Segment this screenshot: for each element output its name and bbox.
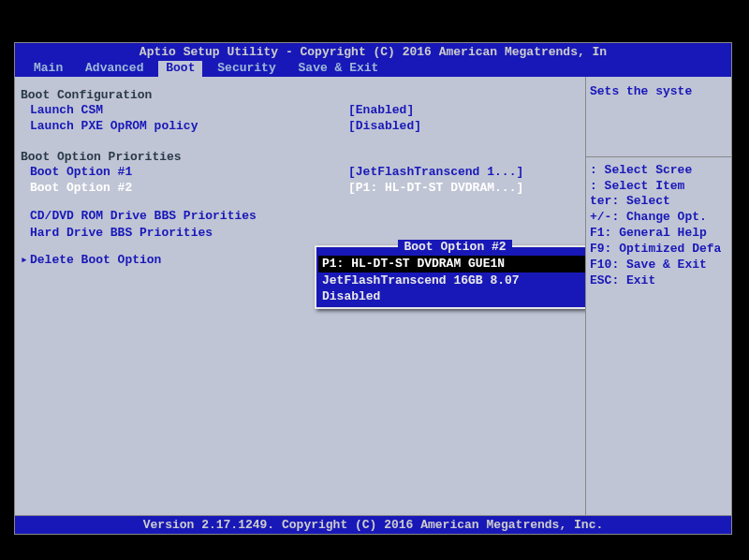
help-key-enter: ter: Select	[590, 194, 727, 210]
help-key-f9: F9: Optimized Defa	[590, 242, 727, 258]
help-description: Sets the syste	[590, 84, 727, 100]
help-key-f10: F10: Save & Exit	[590, 258, 727, 273]
main-panel: Boot Configuration Launch CSM [Enabled] …	[15, 77, 586, 515]
popup-item-disabled[interactable]: Disabled	[318, 288, 586, 305]
tab-security[interactable]: Security	[210, 61, 283, 77]
boot-option-popup: Boot Option #2 P1: HL-DT-ST DVDRAM GUE1N…	[315, 245, 586, 309]
boot-option-1-label: Boot Option #1	[30, 164, 348, 181]
launch-pxe-value: [Disabled]	[348, 118, 421, 135]
help-key-select-screen: : Select Scree	[590, 163, 727, 179]
divider	[586, 156, 731, 157]
help-panel: Sets the syste : Select Scree : Select I…	[586, 77, 731, 515]
hard-drive-bbs-item[interactable]: Hard Drive BBS Priorities	[21, 225, 580, 242]
launch-csm-label: Launch CSM	[30, 102, 348, 119]
tab-advanced[interactable]: Advanced	[78, 61, 151, 77]
header: Aptio Setup Utility - Copyright (C) 2016…	[14, 42, 732, 77]
triangle-right-icon: ▸	[21, 252, 30, 269]
popup-title: Boot Option #2	[318, 241, 586, 254]
help-key-select-item: : Select Item	[590, 179, 727, 195]
delete-boot-option-label: Delete Boot Option	[30, 252, 348, 269]
menu-tabs: Main Advanced Boot Security Save & Exit	[21, 61, 726, 77]
boot-option-1-item[interactable]: Boot Option #1 [JetFlashTranscend 1...]	[21, 164, 580, 181]
section-boot-priorities: Boot Option Priorities	[21, 150, 580, 164]
popup-item-jetflash[interactable]: JetFlashTranscend 16GB 8.07	[318, 273, 586, 289]
popup-item-dvdram[interactable]: P1: HL-DT-ST DVDRAM GUE1N	[318, 256, 586, 273]
launch-pxe-label: Launch PXE OpROM policy	[30, 118, 348, 135]
boot-option-1-value: [JetFlashTranscend 1...]	[348, 164, 523, 181]
cd-dvd-bbs-item[interactable]: CD/DVD ROM Drive BBS Priorities	[21, 208, 580, 225]
tab-main[interactable]: Main	[26, 61, 70, 77]
launch-csm-value: [Enabled]	[348, 102, 414, 119]
section-boot-configuration: Boot Configuration	[21, 88, 580, 102]
launch-csm-item[interactable]: Launch CSM [Enabled]	[21, 102, 580, 119]
launch-pxe-item[interactable]: Launch PXE OpROM policy [Disabled]	[21, 118, 580, 135]
help-key-esc: ESC: Exit	[590, 273, 727, 289]
help-key-f1: F1: General Help	[590, 226, 727, 242]
boot-option-2-label: Boot Option #2	[30, 180, 348, 197]
boot-option-2-value: [P1: HL-DT-ST DVDRAM...]	[348, 180, 523, 197]
help-key-change: +/-: Change Opt.	[590, 210, 727, 226]
tab-save-exit[interactable]: Save & Exit	[291, 61, 387, 77]
hard-drive-bbs-label: Hard Drive BBS Priorities	[30, 225, 348, 242]
footer-version: Version 2.17.1249. Copyright (C) 2016 Am…	[14, 515, 732, 535]
boot-option-2-item[interactable]: Boot Option #2 [P1: HL-DT-ST DVDRAM...]	[21, 180, 580, 197]
cd-dvd-bbs-label: CD/DVD ROM Drive BBS Priorities	[30, 208, 348, 225]
tab-boot[interactable]: Boot	[158, 61, 202, 77]
utility-title: Aptio Setup Utility - Copyright (C) 2016…	[21, 45, 726, 61]
